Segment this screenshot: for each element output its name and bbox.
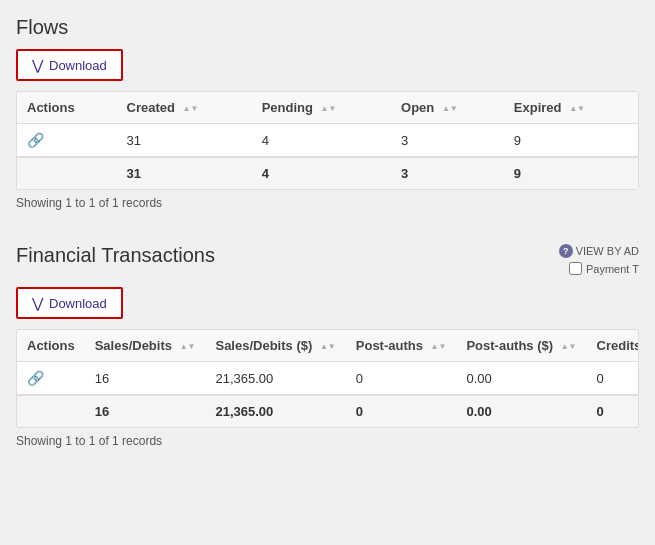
ft-total-post-auths-dollar: 0.00 — [456, 395, 586, 427]
flows-table: Actions Created ▲▼ Pending ▲▼ Open ▲▼ — [17, 92, 638, 189]
flows-section: Flows ⋁ Download Actions Created ▲▼ — [16, 16, 639, 216]
payment-type-checkbox-container[interactable]: Payment T — [569, 262, 639, 275]
ft-total-credits: 0 — [587, 395, 639, 427]
ft-col-credits[interactable]: Credits ▲▼ — [587, 330, 639, 362]
page-container: Flows ⋁ Download Actions Created ▲▼ — [0, 0, 655, 478]
flows-col-created[interactable]: Created ▲▼ — [117, 92, 252, 124]
ft-row-action[interactable]: 🔗 — [17, 362, 85, 396]
ft-row-credits: 0 — [587, 362, 639, 396]
section-gap — [16, 224, 639, 244]
flows-total-actions — [17, 157, 117, 189]
ft-title: Financial Transactions — [16, 244, 215, 267]
flows-row-created: 31 — [117, 124, 252, 158]
ft-table-row: 🔗 16 21,365.00 0 0.00 0 0.00 — [17, 362, 639, 396]
flows-col-actions: Actions — [17, 92, 117, 124]
flows-row-open: 3 — [391, 124, 504, 158]
ft-row-sales-debits-dollar: 21,365.00 — [205, 362, 345, 396]
flows-title: Flows — [16, 16, 639, 39]
flows-showing-text: Showing 1 to 1 of 1 records — [16, 190, 639, 216]
view-by-label: ? VIEW BY AD — [559, 244, 639, 258]
ft-total-row: 16 21,365.00 0 0.00 0 0.00 — [17, 395, 639, 427]
flows-total-created: 31 — [117, 157, 252, 189]
ft-row-sales-debits: 16 — [85, 362, 206, 396]
ft-row-post-auths-dollar: 0.00 — [456, 362, 586, 396]
ft-total-sales-debits-dollar: 21,365.00 — [205, 395, 345, 427]
flows-download-label: Download — [49, 58, 107, 73]
ft-col-post-auths[interactable]: Post-auths ▲▼ — [346, 330, 457, 362]
ft-external-link-icon[interactable]: 🔗 — [27, 370, 44, 386]
ft-table-header-row: Actions Sales/Debits ▲▼ Sales/Debits ($)… — [17, 330, 639, 362]
payment-type-checkbox[interactable] — [569, 262, 582, 275]
ft-total-post-auths: 0 — [346, 395, 457, 427]
flows-col-pending[interactable]: Pending ▲▼ — [252, 92, 391, 124]
view-by-text: VIEW BY AD — [576, 245, 639, 257]
flows-table-row: 🔗 31 4 3 9 — [17, 124, 638, 158]
flows-total-row: 31 4 3 9 — [17, 157, 638, 189]
flows-table-wrapper: Actions Created ▲▼ Pending ▲▼ Open ▲▼ — [16, 91, 639, 190]
ft-table-wrapper: Actions Sales/Debits ▲▼ Sales/Debits ($)… — [16, 329, 639, 428]
ft-col-actions: Actions — [17, 330, 85, 362]
ft-showing-text: Showing 1 to 1 of 1 records — [16, 428, 639, 454]
sales-debits-sort-icon: ▲▼ — [180, 343, 196, 351]
ft-col-sales-debits-dollar[interactable]: Sales/Debits ($) ▲▼ — [205, 330, 345, 362]
external-link-icon[interactable]: 🔗 — [27, 132, 44, 148]
expired-sort-icon: ▲▼ — [569, 105, 585, 113]
flows-row-expired: 9 — [504, 124, 638, 158]
ft-col-sales-debits[interactable]: Sales/Debits ▲▼ — [85, 330, 206, 362]
post-auths-sort-icon: ▲▼ — [431, 343, 447, 351]
flows-table-header-row: Actions Created ▲▼ Pending ▲▼ Open ▲▼ — [17, 92, 638, 124]
ft-total-sales-debits: 16 — [85, 395, 206, 427]
created-sort-icon: ▲▼ — [183, 105, 199, 113]
open-sort-icon: ▲▼ — [442, 105, 458, 113]
ft-download-icon: ⋁ — [32, 295, 43, 311]
flows-total-pending: 4 — [252, 157, 391, 189]
flows-col-open[interactable]: Open ▲▼ — [391, 92, 504, 124]
ft-row-post-auths: 0 — [346, 362, 457, 396]
flows-col-expired[interactable]: Expired ▲▼ — [504, 92, 638, 124]
post-auths-dollar-sort-icon: ▲▼ — [561, 343, 577, 351]
flows-total-open: 3 — [391, 157, 504, 189]
ft-download-label: Download — [49, 296, 107, 311]
view-by-container: ? VIEW BY AD Payment T — [559, 244, 639, 275]
flows-total-expired: 9 — [504, 157, 638, 189]
payment-type-label: Payment T — [586, 263, 639, 275]
view-by-question-icon: ? — [559, 244, 573, 258]
financial-transactions-section: Financial Transactions ? VIEW BY AD Paym… — [16, 244, 639, 454]
ft-total-actions — [17, 395, 85, 427]
flows-row-action[interactable]: 🔗 — [17, 124, 117, 158]
ft-download-button[interactable]: ⋁ Download — [16, 287, 123, 319]
ft-table: Actions Sales/Debits ▲▼ Sales/Debits ($)… — [17, 330, 639, 427]
pending-sort-icon: ▲▼ — [321, 105, 337, 113]
download-icon: ⋁ — [32, 57, 43, 73]
sales-debits-dollar-sort-icon: ▲▼ — [320, 343, 336, 351]
flows-row-pending: 4 — [252, 124, 391, 158]
flows-download-button[interactable]: ⋁ Download — [16, 49, 123, 81]
ft-header: Financial Transactions ? VIEW BY AD Paym… — [16, 244, 639, 277]
ft-col-post-auths-dollar[interactable]: Post-auths ($) ▲▼ — [456, 330, 586, 362]
